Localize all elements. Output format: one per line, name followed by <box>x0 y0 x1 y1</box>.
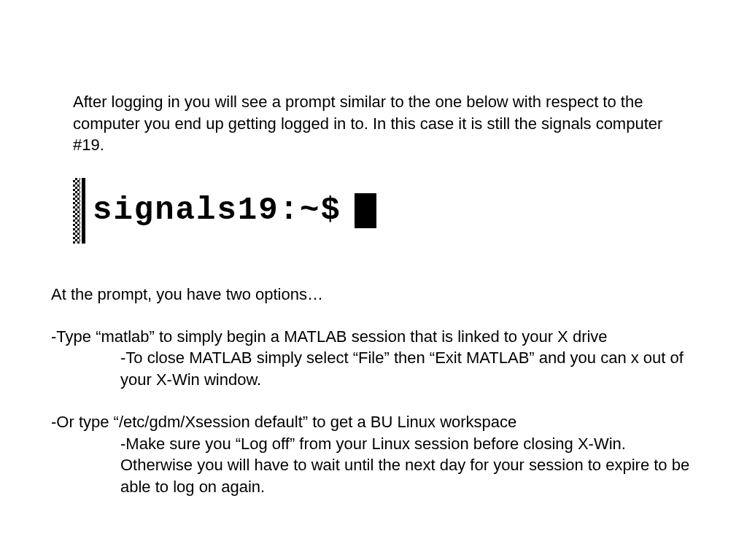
vertical-bar-icon <box>82 178 85 244</box>
option-1-sub: -To close MATLAB simply select “File” th… <box>51 347 696 390</box>
options-intro: At the prompt, you have two options… <box>51 284 696 306</box>
slide-content: After logging in you will see a prompt s… <box>0 0 747 498</box>
option-2-sub: -Make sure you “Log off” from your Linux… <box>51 433 696 498</box>
prompt-string: signals19:~$ <box>93 189 341 232</box>
terminal-prompt-illustration: signals19:~$ <box>73 178 696 244</box>
intro-paragraph: After logging in you will see a prompt s… <box>51 91 696 156</box>
checker-border-icon <box>73 178 80 244</box>
option-1: -Type “matlab” to simply begin a MATLAB … <box>51 326 696 348</box>
prompt-text: signals19:~$ <box>93 178 376 244</box>
cursor-icon <box>355 193 376 228</box>
option-2: -Or type “/etc/gdm/Xsession default” to … <box>51 411 696 433</box>
